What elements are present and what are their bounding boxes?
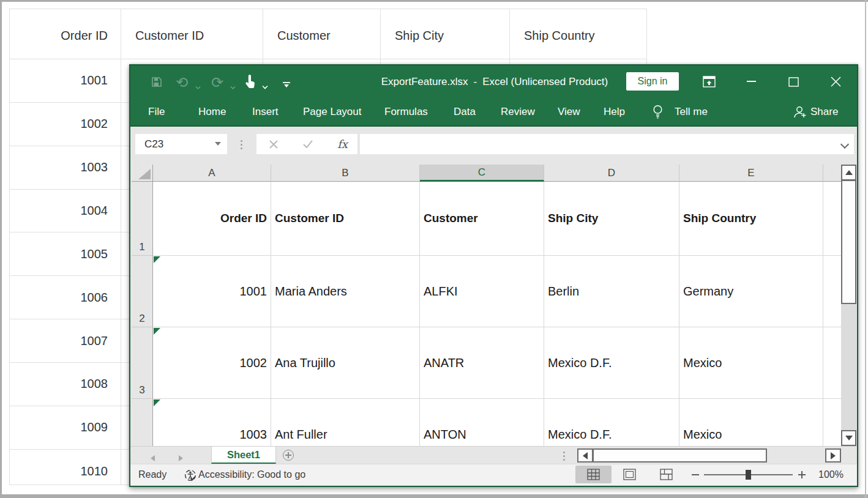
name-box[interactable]: C23	[135, 134, 227, 154]
bg-grid-header-order-id[interactable]: Order ID	[10, 9, 121, 59]
undo-dropdown-icon[interactable]	[195, 81, 201, 92]
minimize-button[interactable]	[738, 65, 765, 98]
row-header-3[interactable]: 3	[132, 327, 153, 399]
bg-grid-header-ship-country[interactable]: Ship Country	[510, 9, 647, 59]
cell-b2[interactable]: Maria Anders	[271, 256, 420, 327]
cell-e3[interactable]: Mexico	[679, 327, 823, 399]
new-sheet-button[interactable]	[283, 450, 294, 461]
bg-grid-header-customer[interactable]: Customer	[263, 9, 381, 59]
undo-icon[interactable]: ⟲	[176, 75, 188, 90]
excel-title-bar[interactable]: ⟲ ⟳ ExportFeature.xlsx - Excel (Unlicens…	[130, 65, 857, 98]
sheet-tab-sheet1[interactable]: Sheet1	[211, 447, 276, 464]
hscroll-right-button[interactable]	[825, 448, 841, 463]
cell-b1[interactable]: Customer ID	[271, 182, 420, 256]
maximize-button[interactable]	[780, 65, 807, 98]
ribbon-tab-formulas[interactable]: Formulas	[384, 98, 428, 125]
formula-bar-separator-dots	[241, 140, 242, 151]
cell-d3[interactable]: Mexico D.F.	[544, 327, 679, 399]
normal-view-icon	[587, 469, 600, 480]
column-header-a[interactable]: A	[153, 165, 271, 182]
column-header-e[interactable]: E	[679, 165, 823, 182]
select-all-triangle-icon	[138, 169, 151, 179]
ribbon-tab-help[interactable]: Help	[604, 98, 625, 125]
ribbon-tab-insert[interactable]: Insert	[252, 98, 279, 125]
page-layout-view-button[interactable]	[617, 466, 642, 483]
minimize-icon	[747, 81, 756, 83]
column-header-d[interactable]: D	[544, 165, 679, 182]
zoom-in-button[interactable]	[798, 464, 806, 485]
scroll-up-button[interactable]	[841, 165, 856, 180]
scroll-down-button[interactable]	[841, 430, 856, 446]
cell-f3[interactable]	[823, 327, 841, 399]
ribbon-tab-page-layout[interactable]: Page Layout	[303, 98, 361, 125]
hscroll-left-button[interactable]	[577, 448, 593, 463]
redo-icon[interactable]: ⟳	[211, 75, 223, 90]
cell-e4[interactable]: Mexico	[679, 399, 823, 446]
bg-grid-header-ship-city[interactable]: Ship City	[381, 9, 510, 59]
cell-c1[interactable]: Customer	[420, 182, 544, 256]
cell-e1[interactable]: Ship Country	[679, 182, 823, 256]
sign-in-button[interactable]: Sign in	[626, 72, 679, 91]
cell-d4[interactable]: Mexico D.F.	[544, 399, 679, 446]
touch-mode-icon[interactable]	[244, 74, 255, 92]
vertical-scrollbar[interactable]	[841, 165, 856, 446]
page-break-view-button[interactable]	[654, 466, 678, 483]
select-all-corner[interactable]	[132, 165, 153, 182]
zoom-percentage[interactable]: 100%	[818, 464, 844, 485]
customize-qat-icon[interactable]	[283, 80, 290, 91]
cell-c2[interactable]: ALFKI	[420, 256, 544, 327]
tab-options-icon[interactable]	[563, 452, 565, 463]
cell-b4[interactable]: Ant Fuller	[271, 399, 420, 446]
share-button[interactable]: Share	[810, 98, 838, 125]
bg-grid-header-customer-id[interactable]: Customer ID	[121, 9, 263, 59]
cell-a3[interactable]: 1002	[153, 327, 271, 399]
column-header-f[interactable]	[823, 165, 841, 182]
ribbon-tab-data[interactable]: Data	[454, 98, 476, 125]
name-box-dropdown-icon[interactable]	[215, 142, 221, 146]
cell-e2[interactable]: Germany	[679, 256, 823, 327]
cell-f1[interactable]	[823, 182, 841, 256]
page-frame-right	[865, 0, 866, 498]
column-header-c[interactable]: C	[420, 165, 544, 182]
status-ready[interactable]: Ready	[138, 464, 166, 485]
save-icon[interactable]	[151, 76, 163, 91]
zoom-out-icon[interactable]	[692, 474, 699, 475]
tab-nav-left-icon[interactable]	[151, 453, 155, 464]
cell-a2[interactable]: 1001	[153, 256, 271, 327]
cancel-icon[interactable]	[269, 140, 278, 149]
vertical-scrollbar-thumb[interactable]	[841, 180, 856, 304]
cell-a4[interactable]: 1003	[153, 399, 271, 446]
zoom-slider-thumb[interactable]	[746, 470, 751, 480]
column-header-b[interactable]: B	[271, 165, 420, 182]
row-header-1[interactable]: 1	[132, 182, 153, 256]
ribbon-tab-view[interactable]: View	[558, 98, 580, 125]
cell-d2[interactable]: Berlin	[544, 256, 679, 327]
zoom-in-icon	[798, 471, 806, 478]
cell-d1[interactable]: Ship City	[544, 182, 679, 256]
cell-f4[interactable]	[823, 399, 841, 446]
ribbon-display-options-button[interactable]	[695, 65, 722, 98]
formula-input[interactable]	[360, 134, 854, 154]
tab-nav-right-icon[interactable]	[179, 453, 183, 464]
row-header-2[interactable]: 2	[132, 256, 153, 327]
cell-b3[interactable]: Ana Trujillo	[271, 327, 420, 399]
touch-mode-dropdown-icon[interactable]	[262, 81, 268, 92]
cell-c3[interactable]: ANATR	[420, 327, 544, 399]
insert-function-icon[interactable]: fx	[337, 138, 348, 151]
ribbon-tab-file[interactable]: File	[148, 98, 165, 125]
redo-dropdown-icon[interactable]	[230, 81, 236, 92]
normal-view-button[interactable]	[575, 466, 612, 483]
ribbon-tab-review[interactable]: Review	[501, 98, 535, 125]
formula-bar-expand-icon[interactable]	[840, 140, 849, 149]
cell-a1[interactable]: Order ID	[153, 182, 271, 256]
status-accessibility[interactable]: Accessibility: Good to go	[198, 464, 305, 485]
close-button[interactable]	[822, 65, 849, 98]
cell-c4[interactable]: ANTON	[420, 399, 544, 446]
cell-f2[interactable]	[823, 256, 841, 327]
horizontal-scrollbar-thumb[interactable]	[593, 448, 767, 463]
window-title-filename: ExportFeature.xlsx	[381, 76, 468, 88]
ribbon-tab-home[interactable]: Home	[198, 98, 226, 125]
enter-icon[interactable]	[303, 140, 313, 148]
tell-me-box[interactable]: Tell me	[675, 98, 708, 125]
row-header-4[interactable]: 4	[132, 399, 153, 446]
